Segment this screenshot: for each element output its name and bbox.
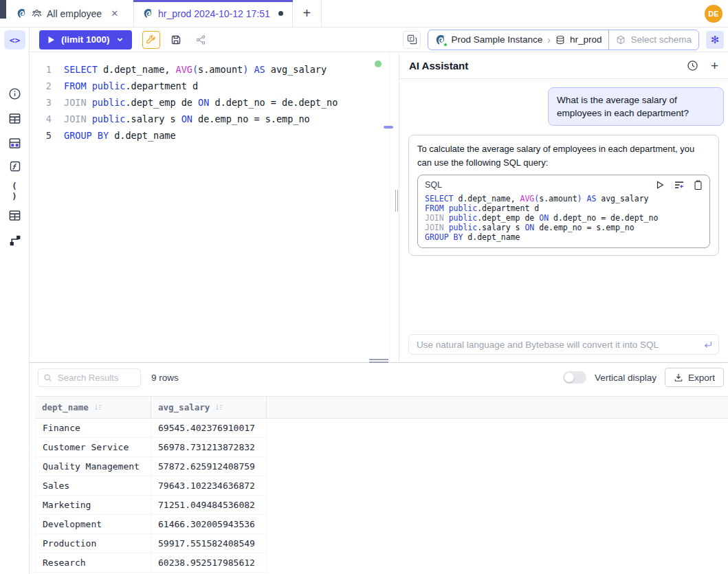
tab-hr-prod[interactable]: hr_prod 2024-10-12 17:51	[133, 0, 293, 27]
cell-avg-salary: 56978.731213872832	[151, 438, 267, 457]
history-button[interactable]	[687, 60, 698, 71]
cell-dept-name: Customer Service	[35, 438, 151, 457]
row-filler	[267, 553, 728, 573]
search-results-input[interactable]	[38, 368, 141, 387]
ai-response-card: To calculate the average salary of emplo…	[408, 135, 719, 256]
format-sql-button[interactable]	[142, 31, 160, 49]
table-row[interactable]: Marketing71251.049484536082	[35, 496, 728, 515]
parentheses-icon: ( )	[7, 181, 23, 201]
copy-button[interactable]	[694, 180, 703, 190]
table-row[interactable]: Production59917.551582408549	[35, 534, 728, 553]
row-filler	[267, 419, 728, 438]
instance-status-dot	[443, 43, 448, 47]
code-line: 4JOIN public.salary s ON de.emp_no = s.e…	[30, 111, 399, 127]
new-chat-button[interactable]: +	[711, 59, 718, 72]
row-filler	[267, 457, 728, 476]
cell-avg-salary: 57872.625912408759	[151, 457, 267, 476]
run-query-button[interactable]: (limit 1000)	[39, 30, 132, 49]
ai-prompt-input[interactable]	[408, 334, 719, 355]
sql-editor[interactable]: 1SELECT d.dept_name, AVG(s.amount) AS av…	[30, 52, 399, 362]
clipboard-icon	[694, 180, 703, 190]
clock-icon	[687, 60, 698, 71]
sidebar-item-functions[interactable]	[7, 158, 23, 174]
database-icon	[555, 35, 565, 45]
enter-key-icon[interactable]	[703, 340, 713, 349]
sql-editor-app: All employee ✕ hr_prod 2024-10-12 17:51 …	[0, 0, 728, 574]
close-icon[interactable]: ✕	[111, 8, 118, 19]
vertical-display-toggle[interactable]	[563, 371, 586, 384]
cell-dept-name: Research	[35, 553, 151, 573]
table-row[interactable]: Customer Service56978.731213872832	[35, 438, 728, 457]
connection-selector: Prod Sample Instance › hr_prod Select sc…	[428, 30, 699, 50]
code-line: 1SELECT d.dept_name, AVG(s.amount) AS av…	[30, 61, 399, 78]
code-line: 5GROUP BY d.dept_name	[30, 127, 399, 144]
column-header-dept-name[interactable]: dept_name	[35, 397, 151, 418]
schema-select[interactable]: Select schema	[608, 30, 698, 49]
ai-assistant-panel: AI Assistant + What is the average salar…	[399, 52, 728, 362]
instance-database-select[interactable]: Prod Sample Instance › hr_prod	[428, 30, 608, 49]
code-line: JOIN public.salary s ON de.emp_no = s.em…	[425, 223, 703, 232]
info-icon	[8, 87, 21, 100]
tab-bar: All employee ✕ hr_prod 2024-10-12 17:51 …	[0, 0, 728, 27]
insert-into-editor-button[interactable]	[674, 179, 685, 190]
left-sidebar: <> ( )	[0, 27, 30, 574]
results-resize-handle[interactable]	[369, 359, 388, 363]
search-icon	[43, 373, 52, 382]
save-button[interactable]	[167, 31, 185, 49]
cell-avg-salary: 71251.049484536082	[151, 496, 267, 515]
sidebar-item-schema-diagram[interactable]	[7, 135, 23, 151]
tab-label: All employee	[47, 8, 102, 19]
row-filler	[267, 476, 728, 496]
editor-scrollbar-thumb[interactable]	[384, 126, 393, 129]
line-number: 4	[30, 111, 52, 127]
line-number: 5	[30, 127, 52, 144]
toolbar-right: Prod Sample Instance › hr_prod Select sc…	[403, 30, 728, 50]
table-row[interactable]: Research60238.952517985612	[35, 553, 728, 573]
sidebar-item-procedures[interactable]: ( )	[7, 183, 23, 199]
schema-placeholder: Select schema	[630, 34, 692, 45]
cell-dept-name: Quality Management	[35, 457, 151, 476]
ai-assistant-button[interactable]: ✻	[706, 31, 724, 49]
table-row[interactable]: Development61466.302005943536	[35, 515, 728, 534]
ai-panel-title: AI Assistant	[409, 60, 468, 71]
export-button[interactable]: Export	[665, 368, 724, 387]
line-number: 2	[30, 78, 52, 94]
new-tab-button[interactable]: +	[293, 0, 322, 27]
code-line: SELECT d.dept_name, AVG(s.amount) AS avg…	[425, 194, 703, 203]
sidebar-item-sql-editor[interactable]: <>	[4, 30, 25, 49]
table-row[interactable]: Sales79643.102234636872	[35, 476, 728, 496]
cell-dept-name: Finance	[35, 419, 151, 438]
cell-avg-salary: 61466.302005943536	[151, 515, 267, 534]
sidebar-item-info[interactable]	[7, 86, 23, 102]
vertical-display-label: Vertical display	[595, 373, 657, 383]
results-table: dept_name avg_salary Finance69545.402376…	[35, 396, 728, 574]
sidebar-item-lineage[interactable]	[7, 232, 23, 248]
row-count: 9 rows	[151, 373, 179, 383]
wrench-icon	[146, 34, 156, 45]
sidebar-item-external-tables[interactable]	[7, 208, 23, 223]
results-toolbar: 9 rows Vertical display Export	[30, 363, 728, 392]
user-message-bubble: What is the average salary of employees …	[548, 87, 724, 126]
row-filler	[267, 515, 728, 534]
share-button[interactable]	[192, 31, 210, 49]
ai-sql-snippet: SELECT d.dept_name, AVG(s.amount) AS avg…	[425, 194, 703, 242]
results-panel: 9 rows Vertical display Export dept_name	[30, 362, 728, 574]
sidebar-item-tables[interactable]	[7, 111, 23, 126]
column-header-avg-salary[interactable]: avg_salary	[151, 397, 267, 418]
sort-icon[interactable]	[214, 403, 223, 412]
table-row[interactable]: Quality Management57872.625912408759	[35, 457, 728, 476]
chevron-down-icon	[116, 36, 124, 43]
avatar[interactable]: DE	[705, 5, 723, 23]
insert-lines-icon	[674, 179, 685, 190]
play-icon	[47, 36, 55, 44]
schema-cube-icon	[616, 35, 626, 45]
download-icon	[674, 373, 683, 382]
tab-all-employee[interactable]: All employee ✕	[8, 0, 127, 27]
postgres-icon	[143, 8, 153, 19]
run-snippet-button[interactable]	[655, 180, 665, 190]
row-filler	[267, 496, 728, 515]
table-row[interactable]: Finance69545.402376910017	[35, 419, 728, 438]
batch-query-button[interactable]	[403, 31, 421, 49]
share-icon	[195, 34, 206, 45]
sort-icon[interactable]	[93, 403, 102, 412]
